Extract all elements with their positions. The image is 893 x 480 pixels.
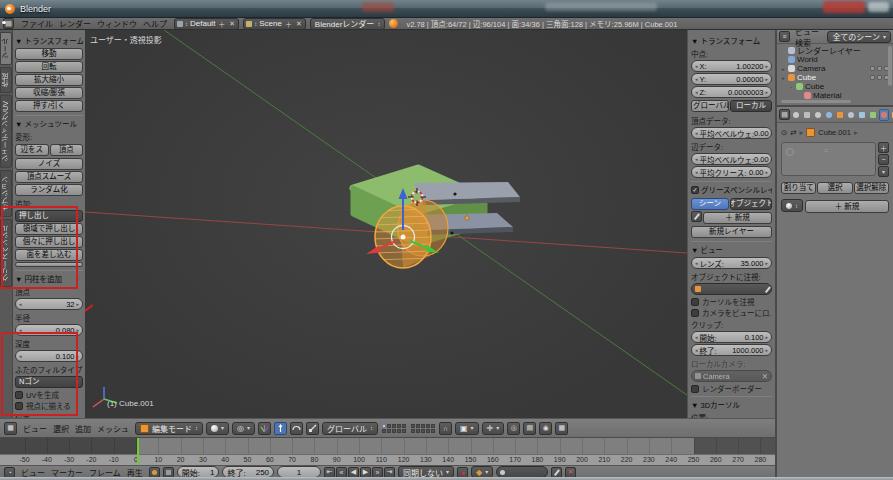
- next-key-button[interactable]: »: [372, 467, 383, 478]
- cylinder-field-1[interactable]: ◂0.080▸: [15, 324, 83, 336]
- timeline-menu-1[interactable]: マーカー: [48, 469, 86, 478]
- local-camera-field[interactable]: Camera ✕: [691, 370, 772, 382]
- object-tab[interactable]: [835, 109, 845, 121]
- shelf-tab-1[interactable]: 作成: [0, 67, 12, 93]
- rotate-manipulator-button[interactable]: [290, 422, 303, 435]
- increment-icon[interactable]: ▸: [76, 327, 79, 333]
- topbar-menu-2[interactable]: ウィンドウ: [94, 20, 140, 29]
- view3d-menu-1[interactable]: 選択: [50, 425, 72, 434]
- close-icon[interactable]: ✕: [762, 372, 768, 381]
- visibility-eye-icon[interactable]: [870, 75, 875, 80]
- increment-icon[interactable]: ▸: [765, 334, 768, 340]
- topbar-menu-0[interactable]: ファイル: [18, 20, 56, 29]
- layer-cell[interactable]: [387, 424, 391, 428]
- occlude-geometry-button[interactable]: ▤: [523, 422, 536, 435]
- slot-specials-button[interactable]: ▾: [878, 166, 889, 177]
- render-engine-select[interactable]: Blenderレンダー ↕: [310, 18, 386, 30]
- visibility-eye-icon[interactable]: [870, 66, 875, 71]
- increment-icon[interactable]: ▸: [765, 76, 768, 82]
- outliner-item-camera[interactable]: +Camera: [777, 64, 893, 73]
- npanel-cursor-header[interactable]: ▼ 3Dカーソル: [691, 396, 772, 410]
- cylinder-field-0[interactable]: ◂32▸: [15, 298, 83, 310]
- delete-scene-button[interactable]: ✕: [295, 20, 303, 28]
- checkbox[interactable]: [691, 385, 699, 393]
- increment-icon[interactable]: ▸: [771, 156, 772, 162]
- transform-button-2[interactable]: 拡大縮小: [15, 74, 83, 86]
- deform-button-0[interactable]: ノイズ: [15, 158, 83, 170]
- preview-range-toggle[interactable]: [149, 467, 160, 478]
- checkbox[interactable]: [15, 402, 23, 410]
- proportional-edit-button[interactable]: ◎: [507, 422, 520, 435]
- browse-context-icon[interactable]: ⇄: [790, 128, 796, 137]
- cylinder-check-row-0[interactable]: UVを生成: [15, 390, 83, 399]
- median-field-2[interactable]: ◂Z:0.0000003▸: [691, 86, 772, 98]
- screen-layout-selector[interactable]: ↕ Default ＋ ✕: [174, 18, 239, 30]
- clipped-button[interactable]: [15, 262, 83, 267]
- jump-end-button[interactable]: ⇥: [384, 467, 395, 478]
- shelf-tab-2[interactable]: シェーディング/UV: [0, 95, 12, 168]
- sync-select[interactable]: 同期しない ▾: [398, 466, 454, 477]
- view3d-menu-3[interactable]: メッシュ: [94, 425, 132, 434]
- play-rev-button[interactable]: ◀: [348, 467, 359, 478]
- snap-element-select[interactable]: ▣ ▾: [455, 422, 479, 435]
- transform-button-3[interactable]: 収縮/膨張: [15, 87, 83, 99]
- decrement-icon[interactable]: ◂: [19, 353, 22, 359]
- outliner-scope-select[interactable]: 全てのシーン ▾: [827, 31, 891, 43]
- decrement-icon[interactable]: ◂: [695, 334, 698, 340]
- layer-cell[interactable]: [397, 424, 401, 428]
- layer-cell[interactable]: [392, 424, 396, 428]
- selectability-arrow-icon[interactable]: [877, 66, 882, 71]
- add-layout-button[interactable]: ＋: [217, 19, 226, 29]
- increment-icon[interactable]: ▸: [76, 353, 79, 359]
- layer-cell[interactable]: [402, 429, 406, 433]
- transform-button-4[interactable]: 押す/引く: [15, 100, 83, 112]
- browse-material-select[interactable]: ↕: [781, 199, 803, 212]
- panel-grip-icon[interactable]: ∷: [78, 273, 83, 282]
- increment-icon[interactable]: ▸: [765, 169, 768, 175]
- start-frame-field[interactable]: 開始:1: [177, 466, 220, 477]
- checkbox[interactable]: [691, 309, 699, 317]
- layer-cell[interactable]: [411, 429, 415, 433]
- slot-button-2[interactable]: 選択解除: [854, 182, 889, 194]
- lock-camera-row[interactable]: カメラをビューにロ..: [691, 308, 772, 317]
- render-border-row[interactable]: レンダーボーダー: [691, 384, 772, 393]
- edge-field-1[interactable]: ◂平均クリース:0.00▸: [691, 166, 772, 178]
- layer-cell[interactable]: [426, 424, 430, 428]
- panel-header-add-cylinder[interactable]: ▼ 円柱を追加∷: [15, 270, 83, 284]
- layer-cell[interactable]: [431, 429, 435, 433]
- data-tab[interactable]: [868, 109, 878, 121]
- shelf-tab-3[interactable]: オプション: [0, 170, 12, 217]
- timeline-menu-0[interactable]: ビュー: [18, 469, 48, 478]
- outliner-item-material[interactable]: Material: [777, 91, 893, 100]
- layer-cell[interactable]: [416, 429, 420, 433]
- current-frame-field[interactable]: 1: [277, 466, 321, 477]
- increment-icon[interactable]: ▸: [765, 89, 768, 95]
- render-tab[interactable]: [791, 109, 801, 121]
- edge-field-0[interactable]: ◂平均ベベルウェ:0.00▸: [691, 153, 772, 165]
- pivot-select[interactable]: ◎ ▾: [232, 422, 255, 435]
- grease-checkbox[interactable]: ✓: [691, 186, 699, 194]
- checkbox[interactable]: [15, 391, 23, 399]
- current-frame-marker[interactable]: [137, 438, 139, 465]
- grease-new-button[interactable]: ＋ 新規: [703, 212, 772, 224]
- scene-selector[interactable]: ↕ Scene ＋ ✕: [243, 18, 306, 30]
- increment-icon[interactable]: ▸: [765, 347, 768, 353]
- timeline-menu-2[interactable]: フレーム: [86, 469, 124, 478]
- editor-type-button[interactable]: ▦: [4, 422, 17, 435]
- grease-object-toggle[interactable]: オブジェクト: [730, 198, 772, 210]
- layer-cell[interactable]: [397, 429, 401, 433]
- decrement-icon[interactable]: ◂: [19, 301, 22, 307]
- outliner-item-world[interactable]: World: [777, 55, 893, 64]
- add-button-0[interactable]: 領域で押し出し: [15, 223, 83, 235]
- decrement-icon[interactable]: ◂: [19, 327, 22, 333]
- material-tab[interactable]: [879, 109, 889, 121]
- decrement-icon[interactable]: ◂: [695, 260, 698, 266]
- viewport-canvas[interactable]: ユーザー・透視投影 (1) Cube.001: [85, 30, 687, 418]
- modifiers-tab[interactable]: [857, 109, 867, 121]
- layers-grid-2[interactable]: [411, 424, 435, 433]
- slot-button-1[interactable]: 選択: [817, 182, 852, 194]
- expander-icon[interactable]: +: [780, 75, 786, 81]
- deform-pair-button-1[interactable]: 頂点: [50, 144, 84, 156]
- decrement-icon[interactable]: ◂: [695, 63, 698, 69]
- transform-button-0[interactable]: 移動: [15, 48, 83, 60]
